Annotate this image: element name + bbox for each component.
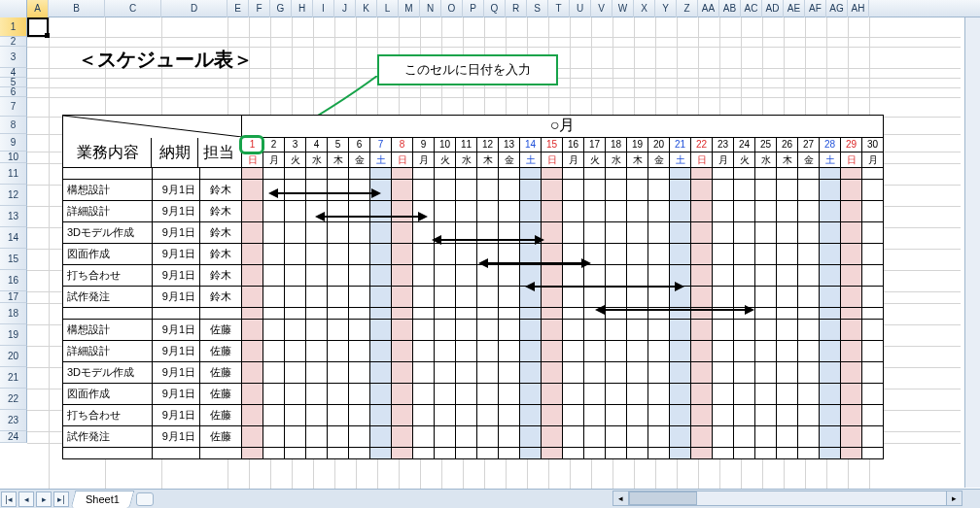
column-header[interactable]: D [161,0,228,17]
column-header[interactable]: AB [719,0,741,17]
gantt-bar[interactable] [317,216,426,218]
gantt-cell[interactable] [584,384,606,405]
gantt-cell[interactable] [734,362,755,384]
gantt-cell[interactable] [349,265,370,287]
gantt-cell[interactable] [435,265,456,287]
gantt-cell[interactable] [777,320,798,341]
gantt-cell[interactable] [606,287,627,308]
table-cell[interactable]: 図面作成 [63,384,153,405]
gantt-bar[interactable] [434,239,542,241]
gantt-cell[interactable] [306,341,328,362]
gantt-cell[interactable] [734,320,755,341]
gantt-cell[interactable] [456,244,477,265]
gantt-cell[interactable] [798,362,820,384]
column-header[interactable]: K [356,0,377,17]
gantt-cell[interactable] [563,180,584,201]
gantt-cell[interactable] [584,405,606,426]
gantt-cell[interactable] [542,384,563,405]
gantt-cell[interactable] [285,405,306,426]
gantt-cell[interactable] [520,201,542,222]
gantt-cell[interactable] [349,362,370,384]
gantt-cell[interactable] [691,287,713,308]
row-header[interactable]: 11 [0,163,27,185]
gantt-cell[interactable] [263,320,285,341]
gantt-cell[interactable] [370,287,392,308]
column-header[interactable]: C [105,0,161,17]
gantt-cell[interactable] [798,341,820,362]
table-cell[interactable]: 佐藤 [200,384,242,405]
gantt-cell[interactable] [627,426,648,448]
gantt-cell[interactable] [499,362,520,384]
gantt-cell[interactable] [370,362,392,384]
gantt-cell[interactable] [263,426,285,448]
gantt-bar[interactable] [527,286,682,288]
horizontal-scrollbar[interactable]: ◂ ▸ [612,491,962,506]
gantt-cell[interactable] [477,426,499,448]
gantt-cell[interactable] [777,405,798,426]
table-cell[interactable]: 鈴木 [200,287,242,308]
gantt-cell[interactable] [841,287,862,308]
gantt-cell[interactable] [627,265,648,287]
gantt-cell[interactable] [477,405,499,426]
gantt-cell[interactable] [670,384,691,405]
day-number[interactable]: 14 [520,137,542,152]
gantt-cell[interactable] [285,287,306,308]
gantt-cell[interactable] [435,426,456,448]
gantt-cell[interactable] [820,265,841,287]
gantt-cell[interactable] [263,244,285,265]
gantt-cell[interactable] [755,180,777,201]
gantt-cell[interactable] [392,362,413,384]
gantt-cell[interactable] [285,201,306,222]
gantt-cell[interactable] [755,405,777,426]
gantt-cell[interactable] [242,320,263,341]
gantt-cell[interactable] [648,180,670,201]
gantt-cell[interactable] [755,341,777,362]
gantt-cell[interactable] [285,180,306,201]
day-number[interactable]: 27 [798,137,820,152]
gantt-cell[interactable] [648,384,670,405]
gantt-cell[interactable] [691,244,713,265]
gantt-cell[interactable] [777,244,798,265]
gantt-cell[interactable] [777,265,798,287]
gantt-cell[interactable] [499,384,520,405]
gantt-cell[interactable] [648,405,670,426]
gantt-cell[interactable] [456,201,477,222]
row-header[interactable]: 3 [0,47,27,68]
gantt-cell[interactable] [584,426,606,448]
gantt-cell[interactable] [392,180,413,201]
table-cell[interactable]: 9月1日 [153,287,200,308]
gantt-cell[interactable] [413,341,435,362]
gantt-cell[interactable] [328,201,349,222]
gantt-cell[interactable] [820,222,841,244]
row-header[interactable]: 16 [0,270,27,291]
column-header[interactable]: W [612,0,634,17]
table-cell[interactable]: 鈴木 [200,201,242,222]
row-header[interactable]: 12 [0,185,27,206]
gantt-cell[interactable] [349,320,370,341]
gantt-cell[interactable] [477,341,499,362]
gantt-cell[interactable] [413,265,435,287]
gantt-cell[interactable] [820,180,841,201]
gantt-cell[interactable] [841,180,862,201]
gantt-cell[interactable] [862,222,884,244]
gantt-cell[interactable] [285,244,306,265]
gantt-cell[interactable] [306,244,328,265]
gantt-cell[interactable] [306,384,328,405]
gantt-cell[interactable] [734,222,755,244]
gantt-cell[interactable] [820,287,841,308]
row-header[interactable]: 20 [0,346,27,367]
gantt-cell[interactable] [862,384,884,405]
table-cell[interactable]: 9月1日 [153,201,200,222]
gantt-cell[interactable] [306,222,328,244]
table-cell[interactable]: 鈴木 [200,244,242,265]
gantt-cell[interactable] [435,320,456,341]
column-header[interactable]: AC [741,0,762,17]
gantt-cell[interactable] [242,244,263,265]
gantt-cell[interactable] [563,405,584,426]
table-cell[interactable]: 佐藤 [200,426,242,448]
gantt-cell[interactable] [499,265,520,287]
gantt-cell[interactable] [392,405,413,426]
scroll-thumb[interactable] [629,491,697,505]
table-cell[interactable]: 打ち合わせ [63,265,153,287]
table-cell[interactable]: 佐藤 [200,320,242,341]
